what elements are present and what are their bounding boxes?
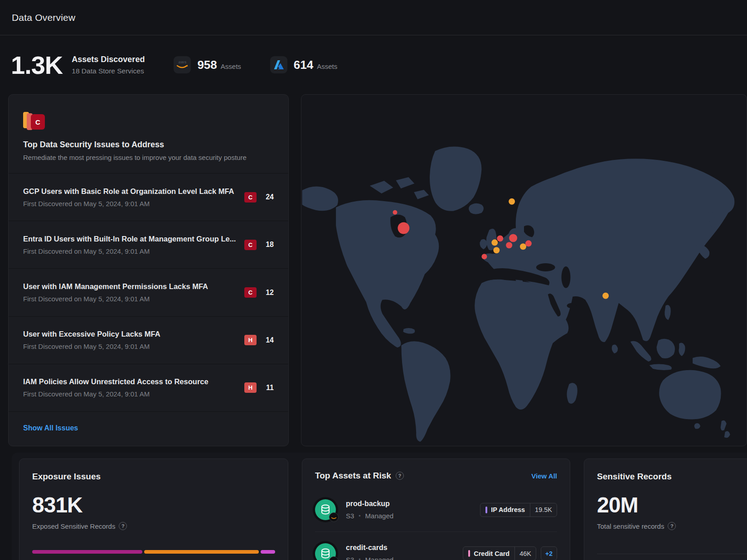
sensitive-card-title: Sensitive Records: [597, 472, 747, 482]
help-icon[interactable]: ?: [668, 522, 676, 530]
exposure-bar-segment: [32, 550, 142, 554]
exposure-card-title: Exposure Issues: [32, 472, 275, 482]
risk-location-dot[interactable]: [506, 242, 512, 248]
issue-row[interactable]: GCP Users with Basic Role at Organizatio…: [9, 173, 288, 221]
assets-card-title: Top Assets at Risk: [315, 471, 391, 481]
issue-discovered: First Discovered on May 5, 2024, 9:01 AM: [23, 200, 234, 208]
azure-assets-stat: 614 Assets: [270, 56, 337, 73]
exposed-records-value: 831K: [32, 492, 275, 517]
risk-location-dot[interactable]: [509, 198, 515, 205]
world-map-card: [301, 94, 747, 446]
issue-row[interactable]: Entra ID Users with Built-In Role at Man…: [9, 221, 288, 268]
issue-title: Entra ID Users with Built-In Role at Man…: [23, 235, 236, 243]
risk-location-dot[interactable]: [481, 254, 487, 259]
asset-service: S3: [346, 512, 354, 520]
issue-row[interactable]: IAM Policies Allow Unrestricted Access t…: [9, 364, 288, 411]
risk-location-dot[interactable]: [491, 239, 498, 246]
issue-discovered: First Discovered on May 5, 2024, 9:01 AM: [23, 390, 209, 398]
issue-discovered: First Discovered on May 5, 2024, 9:01 AM: [23, 247, 236, 255]
risk-location-dot[interactable]: [393, 210, 397, 215]
tag-count: 46K: [514, 547, 536, 560]
issue-count: 12: [264, 289, 274, 297]
view-all-link[interactable]: View All: [531, 472, 557, 480]
asset-name: prod-backup: [346, 500, 393, 508]
risk-location-dot[interactable]: [493, 247, 500, 253]
aws-assets-count: 958: [197, 58, 217, 72]
severity-badge: H: [244, 335, 257, 345]
stats-strip: 1.3K Assets Discovered 18 Data Store Ser…: [0, 35, 747, 94]
risk-location-dot[interactable]: [398, 222, 409, 234]
asset-name: credit-cards: [346, 544, 393, 552]
tag-label: IP Address: [491, 506, 525, 513]
issue-count: 18: [264, 241, 274, 249]
issue-row[interactable]: User with Excessive Policy Lacks MFA Fir…: [9, 316, 288, 364]
s3-bucket-icon: [315, 543, 336, 560]
risk-location-dot[interactable]: [602, 293, 609, 299]
world-map: [301, 95, 747, 446]
assets-discovered-label: Assets Discovered: [72, 55, 145, 64]
dot-separator: •: [359, 556, 360, 560]
asset-list: prod-backup S3 • Managed IP Address: [315, 488, 557, 560]
asset-status: Managed: [365, 512, 394, 520]
sensitive-data-tag: IP Address 19.5K: [480, 503, 557, 517]
aws-assets-stat: aws 958 Assets: [174, 56, 241, 73]
help-icon[interactable]: ?: [119, 522, 127, 530]
aws-provider-badge-icon: [329, 512, 339, 522]
sensitive-records-label: Total sensitive records: [597, 522, 664, 530]
dot-separator: •: [359, 513, 360, 519]
top-bar: Data Overview: [0, 0, 747, 35]
sensitive-records-value: 20M: [597, 492, 747, 517]
asset-row[interactable]: prod-backup S3 • Managed IP Address: [315, 488, 557, 531]
sensitive-records-card: Sensitive Records 20M Total sensitive re…: [584, 459, 747, 560]
data-store-services-label: 18 Data Store Services: [72, 67, 145, 75]
exposed-records-label: Exposed Sensitive Records: [32, 522, 115, 530]
issue-count: 11: [264, 384, 274, 392]
issue-title: GCP Users with Basic Role at Organizatio…: [23, 187, 234, 196]
tag-label: Credit Card: [474, 550, 509, 557]
page-title: Data Overview: [12, 12, 75, 23]
issue-row[interactable]: User with IAM Management Permissions Lac…: [9, 268, 288, 316]
top-security-issues-card: C Top Data Security Issues to Address Re…: [8, 94, 289, 446]
asset-service: S3: [346, 556, 354, 560]
sensitive-data-tag: Credit Card 46K: [463, 546, 536, 560]
severity-badge: H: [244, 382, 257, 393]
exposure-bar-segment: [261, 550, 275, 554]
issue-count: 14: [264, 336, 274, 344]
top-assets-card: Top Assets at Risk ? View All: [302, 459, 570, 560]
aws-provider-badge-icon: [329, 556, 339, 560]
issues-card-subtitle: Remediate the most pressing issues to im…: [23, 154, 274, 161]
issue-count: 24: [264, 193, 274, 201]
s3-bucket-icon: [315, 499, 336, 520]
asset-status: Managed: [365, 556, 394, 560]
risk-location-dot[interactable]: [525, 240, 532, 246]
severity-badge: C: [244, 240, 257, 250]
issue-title: IAM Policies Allow Unrestricted Access t…: [23, 377, 209, 386]
exposure-issues-card: Exposure Issues 831K Exposed Sensitive R…: [19, 459, 288, 560]
azure-assets-count: 614: [294, 58, 313, 72]
aws-icon: aws: [174, 56, 191, 73]
risk-location-dot[interactable]: [520, 243, 526, 250]
severity-badge: C: [244, 287, 257, 298]
issue-discovered: First Discovered on May 5, 2024, 9:01 AM: [23, 295, 208, 303]
severity-stack-icon: C: [23, 111, 46, 131]
aws-assets-unit: Assets: [221, 63, 241, 70]
azure-assets-unit: Assets: [317, 63, 337, 70]
severity-badge: C: [244, 192, 257, 203]
issue-title: User with Excessive Policy Lacks MFA: [23, 330, 160, 338]
asset-row[interactable]: credit-cards S3 • Managed Credit Card: [315, 531, 557, 560]
more-tags-chip[interactable]: +2: [541, 546, 557, 560]
issue-discovered: First Discovered on May 5, 2024, 9:01 AM: [23, 343, 160, 350]
tag-count: 19.5K: [530, 503, 557, 517]
issues-card-title: Top Data Security Issues to Address: [23, 140, 274, 150]
bottom-panel: Exposure Issues 831K Exposed Sensitive R…: [12, 453, 747, 560]
exposure-segment-bar: [32, 550, 275, 554]
azure-icon: [270, 56, 287, 73]
show-all-issues-link[interactable]: Show All Issues: [23, 424, 78, 432]
issues-list: GCP Users with Basic Role at Organizatio…: [9, 173, 288, 411]
help-icon[interactable]: ?: [396, 472, 404, 480]
exposure-bar-segment: [144, 550, 259, 554]
assets-discovered-value: 1.3K: [11, 50, 63, 80]
issue-title: User with IAM Management Permissions Lac…: [23, 282, 208, 291]
risk-location-dot[interactable]: [509, 234, 517, 242]
risk-location-dot[interactable]: [497, 235, 503, 241]
